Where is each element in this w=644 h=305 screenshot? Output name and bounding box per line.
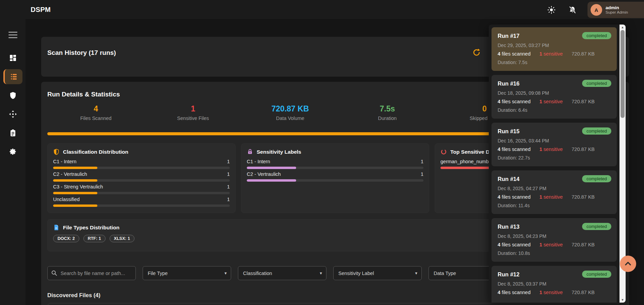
sidebar-item-dashboard[interactable] [3, 50, 22, 65]
status-badge: completed [582, 175, 611, 182]
status-badge: completed [582, 271, 611, 278]
clipboard-icon [9, 129, 17, 137]
classification-distribution-card: Classification Distribution C1 - Intern … [47, 143, 236, 213]
sidebar-item-reports[interactable] [3, 125, 22, 140]
sensitivity-label-select[interactable]: Sensitivity Label ▾ [333, 266, 422, 280]
hamburger-icon [9, 32, 17, 33]
theme-toggle-button[interactable] [545, 4, 558, 16]
alert-ring-icon [440, 149, 447, 155]
run-list-item[interactable]: Run #16 completed Dec 18, 2025, 09:08 PM… [492, 75, 617, 119]
file-type-chip: RTF: 1 [83, 235, 106, 242]
refresh-button[interactable] [471, 48, 482, 58]
search-icon [51, 270, 57, 276]
sidebar-item-security[interactable] [3, 88, 22, 103]
classification-select[interactable]: Classification ▾ [238, 266, 326, 280]
classification-row: C1 - Intern 1 [53, 158, 230, 165]
user-role: Super Admin [606, 10, 628, 15]
shield-half-icon [53, 149, 60, 155]
file-type-chip: XLSX: 1 [110, 235, 134, 242]
filters-row: File Type ▾ Classification ▾ Sensitivity… [47, 266, 517, 280]
status-badge: completed [582, 127, 611, 135]
discovered-files-title: Discovered Files (4) [47, 292, 100, 299]
move-icon [9, 110, 17, 118]
sensitivity-row: C2 - Vertraulich 1 [247, 171, 423, 177]
sun-icon [547, 6, 556, 14]
stats-row: 4 Files Scanned 1 Sensitive Files 720.87… [47, 104, 533, 121]
search-input[interactable] [47, 266, 136, 280]
classification-row: C2 - Vertraulich 1 [53, 171, 230, 177]
user-menu[interactable]: A admin Super Admin [587, 2, 644, 18]
header-actions: A admin Super Admin [545, 0, 644, 20]
gear-icon [9, 148, 17, 156]
discovered-files-table [47, 303, 623, 305]
status-badge: completed [582, 80, 611, 87]
classification-row: C3 - Streng Vertraulich 1 [53, 184, 230, 190]
scan-history-title: Scan History (17 runs) [47, 49, 116, 57]
menu-toggle-button[interactable] [5, 30, 20, 40]
list-icon [10, 73, 18, 81]
stat-duration: 7.5s Duration [339, 104, 436, 121]
scrollbar-down-arrow-icon[interactable]: ▼ [619, 298, 626, 302]
scan-runs-dropdown-panel: Run #17 completed Dec 29, 2025, 03:27 PM… [489, 25, 626, 303]
sensitivity-labels-card: Sensitivity Labels C1 - Intern 1 C2 - Ve… [241, 143, 429, 213]
refresh-icon [472, 48, 481, 57]
sidebar [0, 0, 26, 305]
classification-row: Unclassified 1 [53, 196, 230, 202]
file-type-select[interactable]: File Type ▾ [143, 266, 231, 280]
avatar: A [591, 4, 602, 16]
run-list-item[interactable]: Run #14 completed Dec 8, 2025, 04:27 PM … [492, 170, 617, 214]
stat-sensitive-files: 1 Sensitive Files [144, 104, 241, 121]
status-badge: completed [582, 223, 611, 230]
scroll-to-top-button[interactable] [620, 256, 636, 272]
scrollbar-up-arrow-icon[interactable]: ▲ [619, 26, 626, 29]
lock-icon [247, 149, 253, 155]
chevron-down-icon: ▾ [224, 271, 227, 276]
stat-data-volume: 720.87 KB Data Volume [242, 104, 339, 121]
app-title: DSPM [31, 6, 51, 14]
header: DSPM A admin Super Admin [0, 0, 644, 20]
sidebar-item-settings[interactable] [3, 144, 22, 159]
chevron-down-icon: ▾ [320, 271, 322, 276]
chevron-down-icon: ▾ [415, 271, 417, 276]
file-icon [53, 224, 60, 231]
user-name: admin [606, 5, 628, 11]
run-list-item[interactable]: Run #12 completed Dec 8, 2025, 03:37 PM … [492, 266, 617, 303]
sidebar-item-scan-history[interactable] [3, 69, 22, 84]
bell-slash-icon [568, 6, 577, 14]
scrollbar-thumb[interactable] [621, 30, 625, 118]
shield-icon [9, 91, 17, 100]
run-list-item[interactable]: Run #15 completed Dec 16, 2025, 03:44 PM… [492, 123, 617, 166]
run-details-title: Run Details & Statistics [47, 91, 120, 98]
sidebar-nav [0, 50, 26, 159]
dashboard-icon [9, 54, 17, 62]
sensitivity-row: C1 - Intern 1 [247, 158, 423, 165]
stat-files-scanned: 4 Files Scanned [47, 104, 144, 121]
sidebar-item-data-flow[interactable] [3, 107, 22, 122]
status-badge: completed [582, 32, 611, 39]
run-list-item[interactable]: Run #17 completed Dec 29, 2025, 03:27 PM… [492, 27, 617, 71]
chevron-up-icon [624, 259, 632, 268]
file-type-chip: DOCX: 2 [53, 235, 79, 242]
run-list-item[interactable]: Run #13 completed Dec 8, 2025, 04:23 PM … [492, 218, 617, 262]
notifications-button[interactable] [566, 4, 579, 16]
